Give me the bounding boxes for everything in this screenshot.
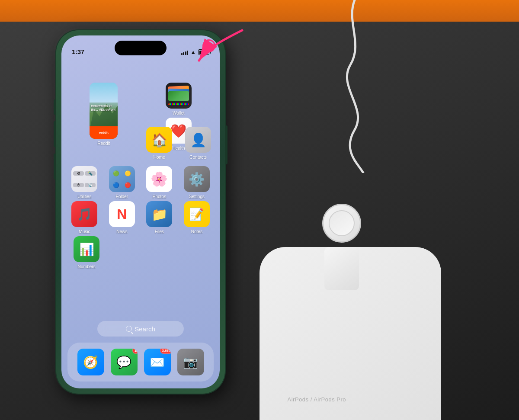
utilities-mini-3: ⏱: [73, 183, 84, 187]
photos-flower-icon: 🌸: [151, 171, 168, 187]
search-icon: [126, 326, 132, 332]
notes-pad-icon: 📝: [189, 207, 204, 221]
side-button-volume-up[interactable]: [54, 121, 56, 147]
home-icon: 🏠: [146, 127, 172, 153]
messages-badge: 1: [132, 349, 138, 354]
app-item-news[interactable]: N News: [109, 201, 135, 234]
folder-mini-2: 🟡: [122, 170, 133, 176]
wallet-icon: [166, 83, 192, 109]
battery-fill: [199, 51, 205, 54]
app-row-3: ⚙ 🔦 ⏱ 📡 Utilities 🟢 🟡: [66, 166, 215, 199]
camera-lens-icon: 📷: [183, 355, 198, 369]
health-label: Health: [172, 145, 185, 151]
settings-icon: ⚙️: [184, 166, 210, 192]
app-item-photos[interactable]: 🌸 Photos: [146, 166, 172, 199]
watch-charger-inner: [329, 210, 355, 236]
app-item-settings[interactable]: ⚙️ Settings: [184, 166, 210, 199]
app-item-utilities[interactable]: ⚙ 🔦 ⏱ 📡 Utilities: [71, 166, 97, 199]
dock-item-messages[interactable]: 💬 1: [111, 349, 138, 375]
notes-icon: 📝: [184, 201, 210, 227]
dock-item-safari[interactable]: 🧭: [77, 349, 104, 375]
watch-charger: [316, 204, 368, 290]
app-item-music[interactable]: 🎵 Music: [71, 201, 97, 234]
folder-mini-3: 🔵: [111, 182, 122, 188]
photos-icon: 🌸: [146, 166, 172, 192]
wallet-stripe: [168, 103, 189, 105]
contacts-label: Contacts: [189, 154, 207, 160]
status-time: 1:37: [72, 48, 84, 55]
messages-bubble-icon: 💬: [116, 355, 131, 369]
signal-bar-3: [185, 51, 186, 55]
numbers-chart-icon: 📊: [79, 242, 94, 256]
app-grid: reddit Headwaters of the... r/EarthPorn …: [66, 83, 215, 271]
wifi-icon: ▲: [190, 49, 196, 55]
reddit-text-overlay: Headwaters of the... r/EarthPorn: [91, 104, 116, 112]
music-label: Music: [79, 229, 90, 234]
folder-icon: 🟢 🟡 🔵 🔴: [109, 166, 135, 192]
utilities-icon: ⚙ 🔦 ⏱ 📡: [71, 166, 97, 192]
mail-envelope-icon: ✉️: [150, 355, 165, 369]
files-folder-icon: 📁: [151, 207, 167, 222]
app-item-numbers[interactable]: 📊 Numbers: [74, 236, 99, 269]
watch-charger-head: [322, 204, 361, 243]
airpods-label: AirPods / AirPods Pro: [288, 396, 346, 403]
mail-icon: ✉️ 3,667: [144, 349, 171, 375]
news-label: News: [116, 229, 127, 234]
app-row-4: 🎵 Music N News: [66, 201, 215, 234]
side-button-mute[interactable]: [54, 99, 56, 115]
contacts-person-icon: 👤: [190, 132, 206, 147]
music-icon: 🎵: [71, 201, 97, 227]
dock: 🧭 💬 1: [67, 343, 214, 382]
signal-bars-icon: [181, 50, 189, 55]
app-item-folder[interactable]: 🟢 🟡 🔵 🔴 Folder: [109, 166, 135, 199]
reddit-icon: reddit Headwaters of the... r/EarthPorn: [90, 83, 118, 139]
news-n-icon: N: [117, 206, 127, 222]
side-button-power[interactable]: [225, 125, 227, 164]
battery-highlight-circle: [202, 39, 215, 52]
wallet-card-green: [168, 91, 189, 101]
news-icon: N: [109, 201, 135, 227]
files-label: Files: [155, 229, 164, 234]
phone-case: 1:37 ▲: [56, 30, 225, 394]
utilities-mini-1: ⚙: [73, 171, 84, 176]
app-item-notes[interactable]: 📝 Notes: [184, 201, 210, 234]
reddit-sky: [90, 83, 118, 103]
app-item-contacts[interactable]: 👤 Contacts: [185, 127, 211, 160]
scene: AirPods / AirPods Pro 1:37: [0, 0, 519, 420]
signal-bar-4: [187, 51, 188, 55]
home-house-icon: 🏠: [151, 132, 167, 147]
files-icon: 📁: [146, 201, 172, 227]
dock-row: 🧭 💬 1: [74, 349, 207, 375]
app-item-files[interactable]: 📁 Files: [146, 201, 172, 234]
dynamic-island: [115, 41, 167, 55]
utilities-mini-2: 🔦: [85, 171, 96, 176]
search-bar[interactable]: Search: [97, 321, 184, 337]
signal-bar-1: [181, 53, 183, 55]
safari-compass-icon: 🧭: [83, 355, 98, 369]
contacts-icon: 👤: [185, 127, 211, 153]
notes-label: Notes: [191, 229, 202, 234]
numbers-label: Numbers: [77, 264, 95, 269]
health-heart-icon: ❤️: [170, 123, 186, 138]
reddit-logo: reddit: [99, 131, 109, 135]
settings-label: Settings: [189, 194, 205, 199]
dock-item-camera[interactable]: 📷: [177, 349, 204, 375]
phone-device: 1:37 ▲: [56, 30, 225, 394]
reddit-bottom-bar: reddit: [90, 126, 118, 139]
signal-bar-2: [183, 52, 184, 55]
messages-icon: 💬 1: [111, 349, 138, 375]
folder-mini-4: 🔴: [122, 182, 133, 188]
numbers-icon: 📊: [74, 236, 99, 262]
utilities-label: Utilities: [77, 194, 91, 199]
camera-icon: 📷: [177, 349, 204, 375]
app-item-home[interactable]: 🏠 Home: [146, 127, 172, 160]
utilities-mini-4: 📡: [85, 183, 96, 187]
app-item-reddit[interactable]: reddit Headwaters of the... r/EarthPorn …: [90, 83, 118, 146]
safari-icon: 🧭: [77, 349, 104, 375]
home-label: Home: [153, 154, 165, 160]
folder-mini-1: 🟢: [111, 170, 122, 176]
side-button-volume-down[interactable]: [54, 154, 56, 180]
app-item-wallet[interactable]: Wallet: [166, 83, 192, 115]
dock-item-mail[interactable]: ✉️ 3,667: [144, 349, 171, 375]
app-row-5: 📊 Numbers: [66, 236, 215, 269]
